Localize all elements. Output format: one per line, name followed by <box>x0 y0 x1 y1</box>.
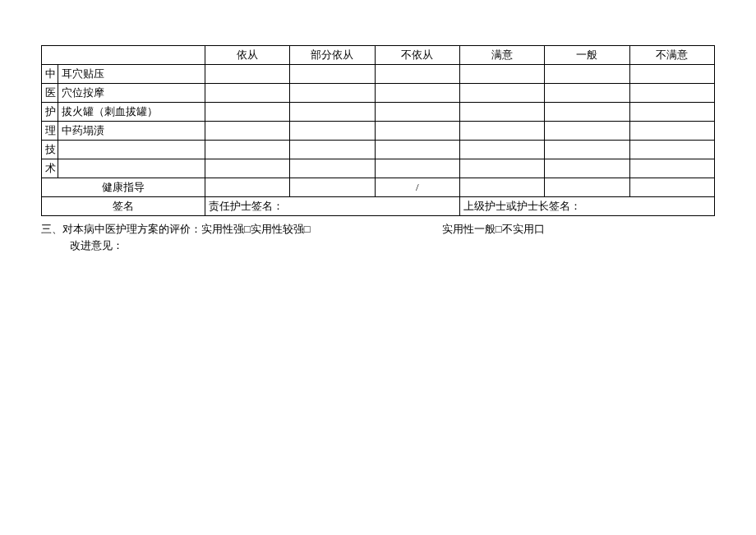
data-cell <box>545 159 629 178</box>
data-cell <box>459 65 544 84</box>
side-label-cell: 理 <box>42 122 58 141</box>
guidance-cell <box>545 178 629 197</box>
data-cell <box>290 159 375 178</box>
guidance-label: 健康指导 <box>42 178 205 197</box>
table-row: 理 中药塌渍 <box>42 122 715 141</box>
data-cell <box>459 159 544 178</box>
data-cell <box>459 122 544 141</box>
data-cell <box>205 84 290 103</box>
data-cell <box>629 103 714 122</box>
data-cell <box>375 84 459 103</box>
signature-row: 签名 责任护士签名： 上级护士或护士长签名： <box>42 197 715 216</box>
data-cell <box>290 122 375 141</box>
table-row: 中 耳穴贴压 <box>42 65 715 84</box>
row-label: 中药塌渍 <box>58 122 205 141</box>
table-row: 医 穴位按摩 <box>42 84 715 103</box>
data-cell <box>205 141 290 159</box>
footer-section: 三、对本病中医护理方案的评价：实用性强□实用性较强□实用性一般□不实用口 改进意… <box>41 221 715 253</box>
header-compliance: 依从 <box>205 46 290 65</box>
row-label: 拔火罐（刺血拔罐） <box>58 103 205 122</box>
data-cell <box>459 103 544 122</box>
data-cell <box>545 103 629 122</box>
guidance-cell <box>459 178 544 197</box>
data-cell <box>375 65 459 84</box>
data-cell <box>459 141 544 159</box>
footer-opt2: 实用性一般□不实用口 <box>442 223 545 235</box>
side-label-cell: 术 <box>42 159 58 178</box>
row-label: 耳穴贴压 <box>58 65 205 84</box>
data-cell <box>629 122 714 141</box>
header-empty <box>42 46 205 65</box>
header-partial: 部分依从 <box>290 46 375 65</box>
data-cell <box>205 122 290 141</box>
side-label-cell: 中 <box>42 65 58 84</box>
guidance-cell <box>629 178 714 197</box>
row-label: 穴位按摩 <box>58 84 205 103</box>
header-satisfied: 满意 <box>459 46 544 65</box>
data-cell <box>290 65 375 84</box>
guidance-row: 健康指导 / <box>42 178 715 197</box>
header-unsatisfied: 不满意 <box>629 46 714 65</box>
header-row: 依从 部分依从 不依从 满意 一般 不满意 <box>42 46 715 65</box>
data-cell <box>459 84 544 103</box>
signature-left: 责任护士签名： <box>205 197 460 216</box>
data-cell <box>205 159 290 178</box>
footer-opt1: 实用性强□实用性较强□ <box>201 223 311 235</box>
header-normal: 一般 <box>545 46 629 65</box>
data-cell <box>375 141 459 159</box>
data-cell <box>545 122 629 141</box>
signature-right: 上级护士或护士长签名： <box>459 197 714 216</box>
side-label-cell: 护 <box>42 103 58 122</box>
data-cell <box>205 65 290 84</box>
data-cell <box>290 84 375 103</box>
guidance-cell <box>290 178 375 197</box>
guidance-cell: / <box>375 178 459 197</box>
side-label-cell: 医 <box>42 84 58 103</box>
data-cell <box>545 141 629 159</box>
footer-line-2: 改进意见： <box>41 238 715 254</box>
signature-label: 签名 <box>42 197 205 216</box>
data-cell <box>375 122 459 141</box>
footer-prefix: 三、对本病中医护理方案的评价： <box>41 223 201 235</box>
data-cell <box>629 141 714 159</box>
data-cell <box>629 65 714 84</box>
guidance-cell <box>205 178 290 197</box>
table-row: 术 <box>42 159 715 178</box>
data-cell <box>375 103 459 122</box>
data-cell <box>290 141 375 159</box>
footer-line-1: 三、对本病中医护理方案的评价：实用性强□实用性较强□实用性一般□不实用口 <box>41 221 715 238</box>
evaluation-table: 依从 部分依从 不依从 满意 一般 不满意 中 耳穴贴压 医 穴位按摩 护 拔火… <box>41 45 715 216</box>
data-cell <box>205 103 290 122</box>
data-cell <box>290 103 375 122</box>
data-cell <box>629 159 714 178</box>
side-label-cell: 技 <box>42 141 58 159</box>
data-cell <box>629 84 714 103</box>
table-row: 技 <box>42 141 715 159</box>
table-row: 护 拔火罐（刺血拔罐） <box>42 103 715 122</box>
data-cell <box>375 159 459 178</box>
data-cell <box>545 65 629 84</box>
row-label <box>58 159 205 178</box>
row-label <box>58 141 205 159</box>
data-cell <box>545 84 629 103</box>
header-noncompliance: 不依从 <box>375 46 459 65</box>
